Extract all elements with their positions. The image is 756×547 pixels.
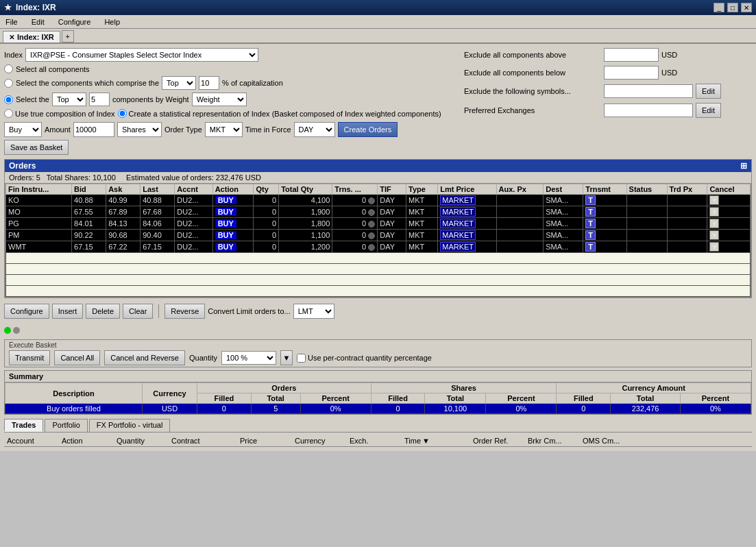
edit-symbols-button[interactable]: Edit: [696, 84, 721, 99]
tab-trades[interactable]: Trades: [4, 419, 43, 432]
collapse-icon[interactable]: ⊞: [740, 161, 747, 171]
select-top-radio[interactable]: [4, 95, 13, 104]
tab-fx-portfolio[interactable]: FX Portfolio - virtual: [89, 419, 171, 432]
transmit-button[interactable]: Transmit: [9, 350, 50, 365]
summary-shares-filled: 0: [371, 404, 425, 414]
select-comprise-row: Select the components which comprise the…: [4, 76, 459, 90]
symbol-mo: MO: [6, 206, 72, 218]
pref-exchanges-input[interactable]: [604, 104, 693, 117]
shares-select[interactable]: Shares: [117, 122, 162, 137]
buy-sell-select[interactable]: Buy: [4, 122, 42, 137]
col-acct: Accnt: [175, 184, 212, 195]
delete-button[interactable]: Delete: [86, 304, 120, 319]
total-qty-wmt: 1,200: [279, 241, 332, 253]
shares-total-header: Total: [425, 393, 486, 404]
statistical-radio[interactable]: [118, 109, 127, 118]
save-as-basket-button[interactable]: Save as Basket: [4, 140, 69, 155]
orders-total-header: Total: [251, 393, 300, 404]
exclude-symbols-row: Exclude the following symbols... Edit: [464, 84, 752, 99]
bottom-col-time[interactable]: Time ▼: [402, 436, 470, 446]
last-pg: 84.06: [141, 218, 175, 230]
reverse-button[interactable]: Reverse: [164, 304, 205, 319]
exclude-symbols-label: Exclude the following symbols...: [464, 87, 601, 95]
col-lmt-price: Lmt Price: [438, 184, 496, 195]
dest-ko: SMA...: [544, 195, 583, 206]
cancel-pm[interactable]: ▼: [707, 230, 751, 241]
exclude-above-label: Exclude all components above: [464, 51, 601, 59]
create-orders-button[interactable]: Create Orders: [338, 122, 398, 137]
clear-button[interactable]: Clear: [123, 304, 153, 319]
tif-label: Time in Force: [245, 125, 291, 134]
close-button[interactable]: ✕: [741, 3, 752, 12]
trd-px-ko: [667, 195, 707, 206]
tab-close-icon[interactable]: ✕: [9, 34, 14, 41]
menu-file[interactable]: File: [3, 17, 21, 27]
exclude-symbols-input[interactable]: [604, 84, 693, 98]
cancel-wmt[interactable]: ▼: [707, 241, 751, 253]
action-wmt: BUY: [212, 241, 254, 253]
tab-portfolio[interactable]: Portfolio: [45, 419, 87, 432]
summary-curr-pct: 0%: [680, 404, 751, 414]
bottom-col-contract: Contract: [169, 436, 237, 446]
menu-configure[interactable]: Configure: [56, 17, 94, 27]
main-content: Index IXR@PSE - Consumer Staples Select …: [0, 44, 756, 451]
acct-wmt: DU2...: [175, 241, 212, 253]
orders-section: Orders ⊞ Orders: 5 Total Shares: 10,100 …: [4, 159, 752, 298]
tab-index-ixr[interactable]: ✕ Index: IXR: [3, 31, 60, 42]
exclude-above-input[interactable]: [604, 48, 659, 62]
orders-header: Orders ⊞: [5, 160, 751, 172]
true-composition-radio[interactable]: [4, 109, 13, 118]
action-pg: BUY: [212, 218, 254, 230]
cancel-and-reverse-button[interactable]: Cancel and Reverse: [104, 350, 185, 365]
cancel-all-button[interactable]: Cancel All: [54, 350, 100, 365]
select-comprise-radio[interactable]: [4, 79, 13, 88]
bid-mo: 67.55: [72, 206, 106, 218]
quantity-dropdown-arrow[interactable]: ▼: [280, 350, 293, 365]
maximize-button[interactable]: □: [727, 3, 738, 12]
cancel-pg[interactable]: ▼: [707, 218, 751, 230]
type-pg: MKT: [406, 218, 438, 230]
cancel-ko[interactable]: ▼: [707, 195, 751, 206]
per-contract-checkbox[interactable]: [297, 354, 306, 363]
exclude-below-input[interactable]: [604, 66, 659, 80]
summary-group-header: Description Currency Orders Shares Curre…: [5, 383, 751, 393]
trnsmt-pm: T: [583, 230, 626, 241]
col-type: Type: [406, 184, 438, 195]
summary-shares-pct: 0%: [486, 404, 557, 414]
orders-count: Orders: 5: [9, 173, 40, 182]
top-select2[interactable]: Top: [52, 93, 86, 106]
col-tif: TIF: [378, 184, 406, 195]
convert-select[interactable]: LMT: [293, 304, 334, 319]
cancel-mo[interactable]: ▼: [707, 206, 751, 218]
window-title: Index: IXR: [16, 3, 56, 12]
qty-mo: 0: [254, 206, 279, 218]
insert-button[interactable]: Insert: [52, 304, 84, 319]
aux-mo: [496, 206, 544, 218]
edit-exchanges-button[interactable]: Edit: [696, 103, 721, 118]
top-pct-input[interactable]: [199, 76, 219, 90]
lmt-pg: MARKET: [438, 218, 496, 230]
menu-edit[interactable]: Edit: [29, 17, 47, 27]
configure-button[interactable]: Configure: [4, 304, 49, 319]
col-total-qty: Total Qty: [279, 184, 332, 195]
weight-select[interactable]: Weight: [192, 93, 247, 106]
tab-add-button[interactable]: +: [62, 30, 74, 42]
amount-input[interactable]: [73, 122, 114, 137]
type-ko: MKT: [406, 195, 438, 206]
trd-px-pm: [667, 230, 707, 241]
acct-mo: DU2...: [175, 206, 212, 218]
top-count-input[interactable]: [89, 93, 110, 106]
table-row: MO 67.55 67.89 67.68 DU2... BUY 0 1,900 …: [6, 206, 751, 218]
select-all-radio[interactable]: [4, 64, 13, 73]
ask-pm: 90.68: [106, 230, 141, 241]
menu-help[interactable]: Help: [101, 17, 123, 27]
minimize-button[interactable]: _: [714, 3, 724, 12]
order-type-select[interactable]: MKT: [205, 122, 243, 137]
quantity-select[interactable]: 100 %: [221, 351, 276, 365]
top-select[interactable]: Top: [162, 76, 196, 90]
aux-pm: [496, 230, 544, 241]
index-select[interactable]: IXR@PSE - Consumer Staples Select Sector…: [25, 48, 258, 62]
qty-pg: 0: [254, 218, 279, 230]
tif-select[interactable]: DAY: [294, 122, 335, 137]
exclude-above-row: Exclude all components above USD: [464, 48, 752, 62]
